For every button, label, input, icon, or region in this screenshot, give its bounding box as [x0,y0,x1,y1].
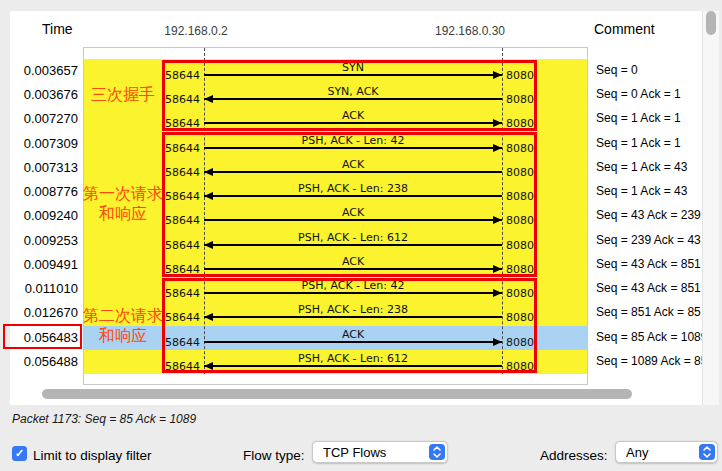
packet-comment: Seq = 85 Ack = 1089 [596,330,707,344]
packet-time[interactable]: 0.003676 [0,87,78,102]
packet-comment: Seq = 1 Ack = 1 [596,136,681,150]
limit-filter-checkbox[interactable]: ✓ [12,446,27,461]
addresses-value: Any [616,445,699,460]
packet-time[interactable]: 0.011010 [0,281,78,296]
host-left-label: 192.168.0.2 [164,24,227,38]
packet-time[interactable]: 0.007309 [0,136,78,151]
packet-comment: Seq = 43 Ack = 239 [596,208,701,222]
group-annotation: 三次握手 [80,85,166,105]
packet-time[interactable]: 0.007313 [0,160,78,175]
packet-comment: Seq = 851 Ack = 85 [596,305,701,319]
limit-filter-label: Limit to display filter [33,448,152,463]
vertical-scrollbar[interactable] [702,11,719,405]
group-annotation: 第一次请求和响应 [80,184,166,224]
flow-group-box [162,132,537,276]
stepper-icon [429,444,445,460]
packet-time[interactable]: 0.007270 [0,111,78,126]
packet-time[interactable]: 0.009253 [0,233,78,248]
packet-time[interactable]: 0.009491 [0,257,78,272]
horizontal-scrollbar-thumb[interactable] [42,389,632,399]
time-column-header: Time [42,21,73,37]
annotation-line: 和响应 [80,204,166,224]
flow-type-select[interactable]: TCP Flows [312,441,448,463]
checkmark-icon: ✓ [15,447,24,459]
packet-comment: Seq = 1 Ack = 1 [596,111,681,125]
packet-comment: Seq = 1089 Ack = 85 [596,354,707,368]
flow-type-value: TCP Flows [313,445,429,460]
packet-comment: Seq = 1 Ack = 43 [596,160,687,174]
flow-type-label: Flow type: [243,448,305,463]
packet-comment: Seq = 0 [596,63,638,77]
addresses-label: Addresses: [540,448,608,463]
group-annotation: 第二次请求和响应 [80,306,166,346]
packet-time[interactable]: 0.008776 [0,184,78,199]
vertical-scrollbar-thumb[interactable] [706,11,716,35]
packet-time[interactable]: 0.003657 [0,63,78,78]
flow-graph-window: Time 192.168.0.2 192.168.0.30 Comment 0.… [0,0,722,471]
packet-comment: Seq = 43 Ack = 851 [596,281,701,295]
annotation-line: 三次握手 [80,85,166,105]
packet-time[interactable]: 0.056488 [0,354,78,369]
addresses-select[interactable]: Any [615,441,718,463]
annotation-line: 第一次请求 [80,184,166,204]
annotation-line: 和响应 [80,326,166,346]
annotation-line: 第二次请求 [80,306,166,326]
stepper-icon [699,444,715,460]
packet-comment: Seq = 0 Ack = 1 [596,87,681,101]
selected-packet-status: Packet 1173: Seq = 85 Ack = 1089 [12,412,196,426]
host-right-label: 192.168.0.30 [435,24,505,38]
selected-time-box [3,324,82,349]
packet-comment: Seq = 43 Ack = 851 [596,257,701,271]
flow-group-box [162,60,537,132]
packet-time[interactable]: 0.009240 [0,208,78,223]
comment-column-header: Comment [594,21,655,37]
packet-time[interactable]: 0.012670 [0,305,78,320]
packet-comment: Seq = 1 Ack = 43 [596,184,687,198]
packet-comment: Seq = 239 Ack = 43 [596,233,701,247]
flow-group-box [162,278,537,374]
